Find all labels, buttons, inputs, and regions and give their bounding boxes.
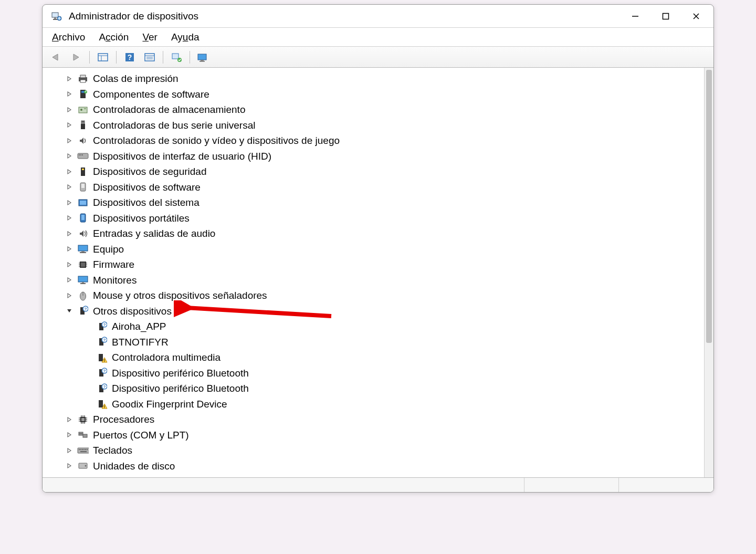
svg-rect-48	[80, 252, 86, 253]
tree-category[interactable]: Unidades de disco	[66, 458, 704, 474]
chevron-right-icon[interactable]	[66, 200, 73, 206]
chevron-right-icon[interactable]	[66, 153, 73, 159]
tree-category[interactable]: Equipo	[66, 242, 704, 257]
chevron-right-icon[interactable]	[66, 184, 73, 190]
svg-rect-33	[83, 121, 85, 122]
tree-category[interactable]: Dispositivos del sistema	[66, 195, 704, 211]
tree-category[interactable]: Dispositivos portátiles	[66, 211, 704, 226]
tree-device-label: Goodix Fingerprint Device	[112, 396, 227, 412]
show-hide-console-button[interactable]	[94, 49, 111, 65]
usb-icon	[77, 119, 89, 131]
forward-button[interactable]	[68, 49, 85, 65]
menu-archivo[interactable]: Archivo	[50, 30, 87, 44]
statusbar	[43, 477, 713, 492]
svg-rect-15	[172, 54, 178, 59]
computer-icon	[77, 243, 89, 255]
status-panel-3	[619, 478, 713, 492]
keyboard-icon	[77, 445, 89, 456]
chevron-down-icon[interactable]	[66, 308, 73, 314]
svg-rect-2	[53, 19, 57, 20]
tree-category[interactable]: Monitores	[66, 273, 704, 288]
chevron-right-icon[interactable]	[66, 463, 73, 469]
unknown-icon: ?	[77, 305, 89, 317]
chevron-right-icon[interactable]	[66, 231, 73, 237]
tree-category[interactable]: Entradas y salidas de audio	[66, 226, 704, 242]
tree-device[interactable]: ?Dispositivo periférico Bluetooth	[96, 381, 704, 396]
tree-category[interactable]: Colas de impresión	[66, 71, 704, 87]
mouse-icon	[77, 290, 89, 301]
menu-ayuda[interactable]: Ayuda	[169, 30, 202, 44]
tree-category[interactable]: Controladoras de sonido y vídeo y dispos…	[66, 133, 704, 149]
tree-category[interactable]: Puertos (COM y LPT)	[66, 427, 704, 443]
view-devices-button[interactable]	[195, 49, 212, 65]
tree-category[interactable]: Dispositivos de seguridad	[66, 164, 704, 180]
svg-text:?: ?	[103, 384, 106, 389]
tree-category[interactable]: Dispositivos de software	[66, 180, 704, 195]
close-button[interactable]	[681, 6, 711, 27]
tree-device[interactable]: ?Dispositivo periférico Bluetooth	[96, 365, 704, 381]
maximize-button[interactable]	[650, 6, 681, 27]
menu-accion[interactable]: Acción	[97, 30, 131, 44]
chevron-right-icon[interactable]	[66, 432, 73, 438]
chevron-right-icon[interactable]	[66, 416, 73, 423]
unknown-device-icon: ?	[96, 383, 108, 394]
chevron-right-icon[interactable]	[66, 107, 73, 113]
status-panel-1	[43, 478, 524, 492]
vertical-scrollbar[interactable]	[704, 68, 713, 477]
svg-rect-5	[663, 13, 669, 19]
tree-category[interactable]: Controladoras de bus serie universal	[66, 118, 704, 133]
device-tree-scroll[interactable]: Colas de impresión+Componentes de softwa…	[43, 68, 704, 477]
chevron-right-icon[interactable]	[66, 91, 73, 97]
svg-rect-46	[78, 245, 88, 251]
tree-category[interactable]: Mouse y otros dispositivos señaladores	[66, 288, 704, 304]
tree-device[interactable]: ?Airoha_APP	[96, 319, 704, 335]
sw-component-icon: +	[77, 88, 89, 100]
svg-text:+: +	[85, 90, 87, 93]
svg-rect-47	[81, 251, 85, 252]
help-button[interactable]: ?	[121, 49, 138, 65]
window-controls	[620, 6, 711, 27]
tree-category[interactable]: Controladoras de almacenamiento	[66, 102, 704, 118]
chevron-right-icon[interactable]	[66, 447, 73, 454]
chevron-right-icon[interactable]	[66, 122, 73, 128]
tree-category[interactable]: Procesadores	[66, 412, 704, 427]
titlebar: Administrador de dispositivos	[43, 5, 713, 28]
minimize-button[interactable]	[620, 6, 650, 27]
svg-rect-58	[82, 282, 84, 283]
svg-rect-50	[81, 263, 85, 267]
properties-button[interactable]	[141, 49, 158, 65]
tree-category-label: Teclados	[93, 443, 132, 458]
scan-hardware-button[interactable]	[168, 49, 185, 65]
tree-device[interactable]: ?BTNOTIFYR	[96, 335, 704, 350]
tree-category[interactable]: Firmware	[66, 257, 704, 273]
tree-category[interactable]: ?Otros dispositivos	[66, 304, 704, 319]
device-manager-window: Administrador de dispositivos Archivo Ac…	[42, 4, 714, 493]
svg-rect-31	[81, 124, 85, 129]
chevron-right-icon[interactable]	[66, 76, 73, 82]
tree-device[interactable]: !Controladora multimedia	[96, 350, 704, 365]
menu-ver[interactable]: Ver	[140, 30, 160, 44]
chevron-right-icon[interactable]	[66, 246, 73, 252]
tree-category[interactable]: +Componentes de software	[66, 87, 704, 102]
back-button[interactable]	[48, 49, 65, 65]
unknown-device-icon: ?	[96, 321, 108, 332]
chevron-right-icon[interactable]	[66, 262, 73, 268]
scrollbar-thumb[interactable]	[706, 70, 712, 343]
tree-category[interactable]: Dispositivos de interfaz de usuario (HID…	[66, 149, 704, 164]
tree-device[interactable]: !Goodix Fingerprint Device	[96, 396, 704, 412]
tree-category-label: Puertos (COM y LPT)	[93, 427, 189, 443]
portable-icon	[77, 212, 89, 224]
chevron-right-icon[interactable]	[66, 292, 73, 299]
chevron-right-icon[interactable]	[66, 169, 73, 175]
cpu-icon	[77, 414, 89, 425]
svg-rect-59	[80, 283, 86, 284]
chevron-right-icon[interactable]	[66, 215, 73, 221]
storage-icon	[77, 104, 89, 116]
chevron-right-icon[interactable]	[66, 138, 73, 144]
tree-category-label: Mouse y otros dispositivos señaladores	[93, 288, 267, 304]
tree-category-label: Otros dispositivos	[93, 304, 172, 319]
svg-rect-96	[83, 434, 87, 437]
chevron-right-icon[interactable]	[66, 277, 73, 283]
svg-rect-106	[87, 449, 88, 450]
tree-category[interactable]: Teclados	[66, 443, 704, 458]
